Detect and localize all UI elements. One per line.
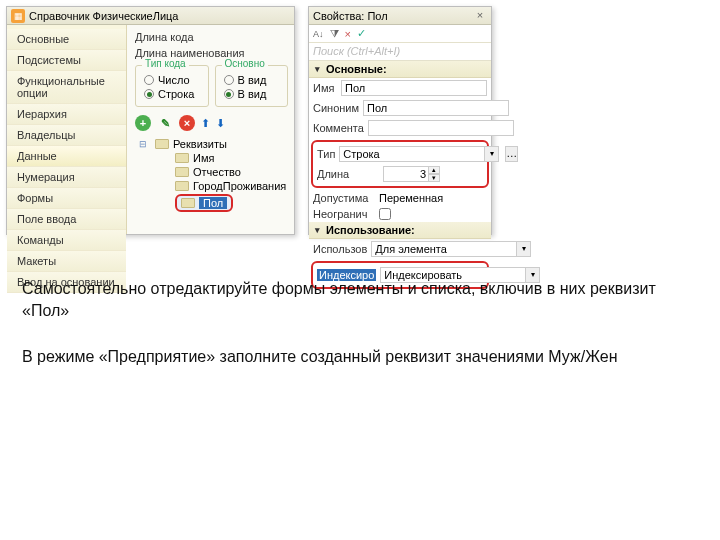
directory-content: Длина кода Длина наименования Тип кода Ч… <box>127 25 294 234</box>
move-down-icon[interactable]: ⬇ <box>216 117 225 130</box>
instruction-2: В режиме «Предприятие» заполните созданн… <box>22 346 682 368</box>
collapse-icon[interactable]: ⊟ <box>139 139 151 149</box>
filter-icon[interactable]: ⧩ <box>330 27 339 40</box>
label-type: Тип <box>317 148 335 160</box>
chevron-down-icon[interactable]: ▾ <box>517 241 531 257</box>
sidebar-item-polevvoda[interactable]: Поле ввода <box>7 209 126 230</box>
delete-icon[interactable]: × <box>179 115 195 131</box>
move-up-icon[interactable]: ⬆ <box>201 117 210 130</box>
group-type-title: Тип кода <box>142 58 189 69</box>
attr-icon <box>175 167 189 177</box>
section-main[interactable]: Основные: <box>309 61 491 78</box>
input-synonym[interactable] <box>363 100 509 116</box>
sidebar-item-formy[interactable]: Формы <box>7 188 126 209</box>
sidebar-item-dannye[interactable]: Данные <box>7 146 126 167</box>
properties-titlebar: Свойства: Пол × <box>309 7 491 25</box>
tree-item-otchestvo[interactable]: Отчество <box>139 165 288 179</box>
group-main-view: Основно В вид В вид <box>215 65 289 107</box>
directory-titlebar: ▦ Справочник ФизическиеЛица <box>7 7 294 25</box>
radio-dot-icon <box>144 89 154 99</box>
properties-panel: Свойства: Пол × A↓ ⧩ × ✓ Поиск (Ctrl+Alt… <box>308 6 492 235</box>
label-use: Использов <box>313 243 367 255</box>
label-code-length: Длина кода <box>135 31 245 43</box>
label-name: Имя <box>313 82 337 94</box>
add-icon[interactable]: + <box>135 115 151 131</box>
directory-panel: ▦ Справочник ФизическиеЛица Основные Под… <box>6 6 295 235</box>
clear-icon[interactable]: × <box>345 28 351 40</box>
label-synonym: Синоним <box>313 102 359 114</box>
dropdown-type[interactable]: ▾ <box>339 146 499 162</box>
ellipsis-button[interactable]: … <box>505 146 518 162</box>
dropdown-use[interactable]: ▾ <box>371 241 531 257</box>
spin-down-icon[interactable]: ▾ <box>428 174 440 182</box>
radio-dot-icon <box>144 75 154 85</box>
radio-number[interactable]: Число <box>144 74 200 86</box>
properties-toolbar: A↓ ⧩ × ✓ <box>309 25 491 43</box>
attr-icon <box>155 139 169 149</box>
radio-string[interactable]: Строка <box>144 88 200 100</box>
tree-root[interactable]: ⊟Реквизиты <box>139 137 288 151</box>
check-icon[interactable]: ✓ <box>357 27 366 40</box>
attr-icon <box>175 181 189 191</box>
tree-item-gorod[interactable]: ГородПроживания <box>139 179 288 193</box>
sidebar-item-numeratsiya[interactable]: Нумерация <box>7 167 126 188</box>
label-nonneg: Неогранич <box>313 208 375 220</box>
spinner-length[interactable]: ▴▾ <box>383 166 440 182</box>
value-allow: Переменная <box>379 192 443 204</box>
instruction-1: Самостоятельно отредактируйте формы элем… <box>22 278 682 322</box>
input-comment[interactable] <box>368 120 514 136</box>
tree-item-pol[interactable]: Пол <box>139 193 288 213</box>
group-main-title: Основно <box>222 58 268 69</box>
sidebar-item-funktsopts[interactable]: Функциональные опции <box>7 71 126 104</box>
grid-icon: ▦ <box>11 9 25 23</box>
toolbar: + ✎ × ⬆ ⬇ <box>135 115 288 131</box>
directory-title: Справочник ФизическиеЛица <box>29 10 178 22</box>
sidebar-item-podsistemy[interactable]: Подсистемы <box>7 50 126 71</box>
edit-icon[interactable]: ✎ <box>157 115 173 131</box>
sidebar-item-komandy[interactable]: Команды <box>7 230 126 251</box>
tree-item-imya[interactable]: Имя <box>139 151 288 165</box>
label-allow: Допустима <box>313 192 375 204</box>
sidebar-item-osnovnye[interactable]: Основные <box>7 29 126 50</box>
checkbox-nonneg[interactable] <box>379 208 391 220</box>
properties-search[interactable]: Поиск (Ctrl+Alt+I) <box>309 43 491 61</box>
radio-vid2[interactable]: В вид <box>224 88 280 100</box>
label-comment: Коммента <box>313 122 364 134</box>
sidebar-item-vladeltsy[interactable]: Владельцы <box>7 125 126 146</box>
attr-icon <box>175 153 189 163</box>
input-name[interactable] <box>341 80 487 96</box>
sidebar: Основные Подсистемы Функциональные опции… <box>7 25 127 234</box>
chevron-down-icon[interactable]: ▾ <box>485 146 499 162</box>
attributes-tree: ⊟Реквизиты Имя Отчество ГородПроживания … <box>135 137 288 213</box>
group-type-code: Тип кода Число Строка <box>135 65 209 107</box>
spin-up-icon[interactable]: ▴ <box>428 166 440 174</box>
radio-dot-icon <box>224 75 234 85</box>
sidebar-item-ierarkhiya[interactable]: Иерархия <box>7 104 126 125</box>
properties-title: Свойства: Пол <box>313 10 388 22</box>
label-length: Длина <box>317 168 379 180</box>
attr-icon <box>181 198 195 208</box>
sort-icon[interactable]: A↓ <box>313 29 324 39</box>
close-icon[interactable]: × <box>473 9 487 23</box>
radio-dot-icon <box>224 89 234 99</box>
radio-vid1[interactable]: В вид <box>224 74 280 86</box>
section-use[interactable]: Использование: <box>309 222 491 239</box>
sidebar-item-makety[interactable]: Макеты <box>7 251 126 272</box>
highlight-type-length: Тип ▾ … Длина ▴▾ <box>311 140 489 188</box>
